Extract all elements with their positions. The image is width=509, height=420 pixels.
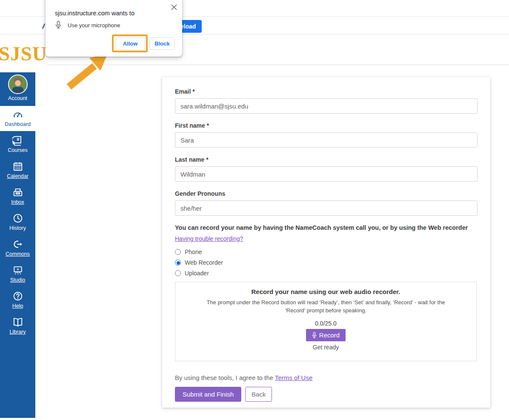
pointer-arrow: [63, 50, 114, 93]
last-name-field[interactable]: [175, 166, 478, 182]
calendar-icon: [12, 161, 23, 172]
studio-icon: [12, 265, 23, 276]
form-actions: Submit and Finish Back: [175, 387, 478, 402]
microphone-icon: [55, 21, 61, 29]
radio-label: Web Recorder: [185, 259, 223, 266]
library-book-icon: [12, 317, 23, 328]
first-name-label: First name *: [175, 122, 478, 129]
radio-circle-icon: [175, 270, 181, 276]
recorder-instructions: The prompt under the Record button will …: [203, 299, 449, 315]
permission-request-text: Use your microphone: [68, 22, 120, 29]
agreement-text: By using these tools, I agree to the Ter…: [175, 374, 478, 381]
radio-circle-icon: [175, 260, 181, 266]
web-recorder-panel: Record your name using our web audio rec…: [175, 282, 477, 361]
occluded-fragment: [42, 23, 45, 29]
sidebar-item-label: Inbox: [11, 199, 24, 206]
sidebar-item-account[interactable]: Account: [0, 72, 35, 105]
recorder-status: Get ready: [184, 344, 468, 351]
namecoach-form-card: Email * First name * Last name * Gender …: [162, 77, 490, 408]
radio-label: Uploader: [185, 270, 209, 277]
microphone-icon: [312, 332, 317, 338]
gender-pronouns-label: Gender Pronouns: [175, 190, 478, 197]
record-intro-text: You can record your name by having the N…: [175, 224, 478, 231]
sidebar-item-library[interactable]: Library: [0, 314, 35, 339]
content-header-divider: [47, 65, 509, 65]
sidebar-item-studio[interactable]: Studio: [0, 262, 35, 287]
last-name-label: Last name *: [175, 156, 478, 163]
radio-web-recorder[interactable]: Web Recorder: [175, 259, 478, 266]
allow-button[interactable]: Allow: [116, 37, 145, 50]
block-button[interactable]: Block: [149, 37, 175, 50]
sidebar-item-commons[interactable]: Commons: [0, 236, 35, 261]
sidebar-item-inbox[interactable]: Inbox: [0, 184, 35, 209]
history-clock-icon: [12, 213, 23, 224]
radio-uploader[interactable]: Uploader: [175, 270, 478, 277]
first-name-field[interactable]: [175, 132, 478, 148]
email-label: Email *: [175, 88, 478, 95]
gender-pronouns-field[interactable]: [175, 200, 478, 216]
avatar: [8, 74, 28, 94]
dashboard-icon: [12, 109, 23, 120]
sidebar-item-label: Library: [9, 329, 26, 335]
sidebar-item-label: Courses: [8, 147, 28, 154]
record-button[interactable]: Record: [306, 329, 346, 341]
sidebar-item-courses[interactable]: Courses: [0, 132, 35, 157]
sidebar-item-label: Studio: [10, 277, 25, 283]
help-icon: [12, 291, 23, 302]
trouble-recording-link[interactable]: Having trouble recording?: [175, 235, 243, 242]
sidebar-item-help[interactable]: Help: [0, 288, 35, 313]
recorder-title: Record your name using our web audio rec…: [184, 288, 468, 295]
radio-phone[interactable]: Phone: [175, 249, 478, 255]
commons-share-icon: [12, 239, 23, 250]
courses-book-icon: [12, 135, 23, 146]
mic-permission-dialog: sjsu.instructure.com wants to Use your m…: [46, 0, 182, 57]
recorder-timer: 0.0/25.0: [184, 320, 468, 327]
agreement-prefix: By using these tools, I agree to the: [175, 374, 275, 381]
global-nav-sidebar: Account Dashboard Courses: [0, 72, 35, 418]
radio-circle-icon: [175, 249, 181, 255]
submit-and-finish-button[interactable]: Submit and Finish: [175, 387, 241, 402]
inbox-icon: [12, 187, 23, 198]
record-button-label: Record: [319, 331, 340, 339]
sidebar-item-label: Calendar: [7, 173, 29, 180]
sidebar-item-history[interactable]: History: [0, 210, 35, 235]
sidebar-item-label: Account: [8, 95, 27, 102]
close-icon[interactable]: [171, 4, 177, 11]
email-field[interactable]: [175, 98, 478, 114]
sidebar-item-label: Commons: [6, 251, 30, 257]
sidebar-item-label: Dashboard: [5, 121, 31, 128]
screen: Reload SJSU sjsu.instructure.com wants t…: [0, 0, 509, 420]
radio-label: Phone: [185, 249, 202, 255]
sidebar-item-dashboard[interactable]: Dashboard: [0, 106, 35, 131]
recording-method-options: Phone Web Recorder Uploader: [175, 249, 478, 277]
back-button[interactable]: Back: [245, 387, 272, 402]
sidebar-item-label: History: [9, 225, 26, 231]
sjsu-logo: SJSU: [0, 42, 47, 65]
sidebar-item-label: Help: [12, 303, 23, 309]
terms-of-use-link[interactable]: Terms of Use: [275, 374, 312, 381]
sidebar-item-calendar[interactable]: Calendar: [0, 158, 35, 183]
permission-title: sjsu.instructure.com wants to: [55, 10, 134, 17]
